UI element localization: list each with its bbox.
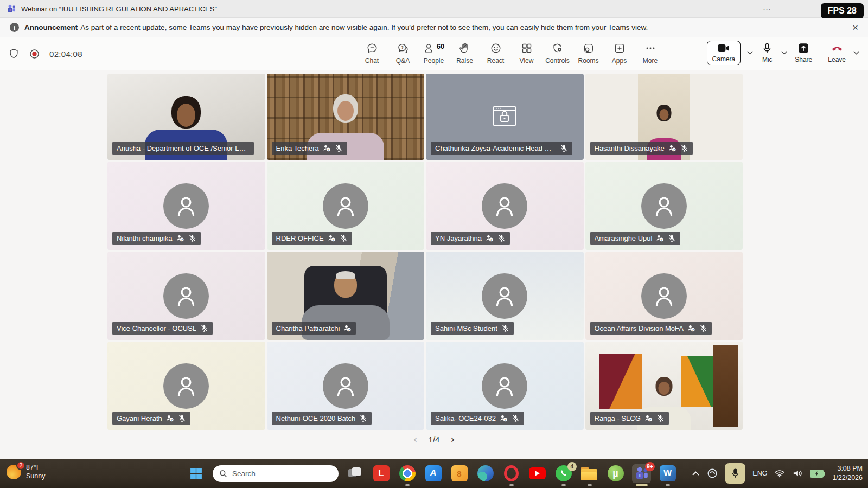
participant-tile[interactable]: Nethuni-OCE 2020 Batch: [267, 342, 425, 430]
chat-icon: [366, 42, 378, 55]
camera-chevron-down-icon[interactable]: [745, 49, 755, 56]
toolbar-button-label: More: [643, 57, 658, 65]
announcement-text: Announcement As part of a recent update,…: [24, 23, 648, 31]
taskbar-word-icon[interactable]: W: [658, 464, 677, 483]
weather-sunny-icon: 2: [7, 465, 21, 479]
avatar-person-icon: [163, 273, 209, 319]
taskbar-app-l-icon[interactable]: L: [372, 464, 391, 483]
window-more-button[interactable]: ···: [763, 4, 771, 14]
mic-muted-icon: [699, 324, 707, 332]
avatar-person-icon: [482, 273, 527, 319]
participant-tile[interactable]: Amarasinghe Upul?: [585, 162, 743, 250]
wifi-icon[interactable]: [774, 469, 785, 478]
title-bar: T Webinar on “IUU FISHING REGULATION AND…: [0, 0, 868, 18]
leave-button[interactable]: Leave: [827, 41, 847, 65]
mic-muted-icon: [668, 234, 676, 242]
taskbar-edge-icon[interactable]: [476, 464, 495, 483]
participant-tile[interactable]: Nilanthi champika?: [107, 162, 265, 250]
teams-badge: 9+: [645, 462, 655, 471]
toolbar-button-apps[interactable]: Apps: [604, 41, 635, 65]
toolbar-button-more[interactable]: More: [635, 41, 666, 65]
toolbar-button-chat[interactable]: Chat: [356, 41, 387, 65]
announcement-title: Announcement: [24, 23, 78, 31]
toolbar-button-rooms[interactable]: Rooms: [573, 41, 604, 65]
svg-text:?: ?: [649, 418, 651, 421]
share-button[interactable]: Share: [794, 41, 813, 65]
participant-tile[interactable]: Vice Chancellor - OCUSL: [107, 252, 265, 340]
page-previous-icon[interactable]: ‹: [413, 434, 418, 445]
toolbar-button-label: Controls: [545, 57, 570, 65]
language-indicator[interactable]: ENG: [752, 470, 767, 477]
participant-name: YN Jayarathna: [435, 234, 482, 242]
tray-chevron-up-icon[interactable]: [692, 471, 700, 476]
participant-tile[interactable]: Salika- OCE24-032?: [426, 342, 584, 430]
mic-button[interactable]: Mic: [760, 41, 775, 65]
volume-icon[interactable]: [792, 469, 803, 478]
page-next-icon[interactable]: ›: [450, 434, 455, 445]
taskbar-chrome-icon[interactable]: [398, 464, 417, 483]
start-button[interactable]: [187, 464, 206, 483]
participant-name-pill: YN Jayarathna?: [431, 232, 510, 245]
participant-tile[interactable]: Charitha Pattiaratchi?: [267, 252, 425, 340]
participant-name-pill: Vice Chancellor - OCUSL: [112, 322, 213, 335]
toolbar-button-view[interactable]: View: [511, 41, 542, 65]
running-indicator: [561, 484, 566, 486]
toolbar-button-q-a[interactable]: ?Q&A: [387, 41, 418, 65]
participant-tile[interactable]: Sahini-MSc Student: [426, 252, 584, 340]
attendee-icon: ?: [176, 234, 184, 242]
participant-tile[interactable]: Gayani Herath?: [107, 342, 265, 430]
meeting-safety-shield-icon[interactable]: [8, 48, 20, 60]
leave-chevron-down-icon[interactable]: [852, 49, 861, 56]
svg-text:?: ?: [401, 45, 404, 50]
taskbar-opera-icon[interactable]: [502, 464, 521, 483]
search-input[interactable]: Search: [213, 465, 339, 482]
obs-tray-icon[interactable]: [707, 468, 718, 479]
battery-icon[interactable]: [810, 470, 825, 478]
taskbar-youtube-icon[interactable]: [528, 464, 547, 483]
taskbar-app-a-icon[interactable]: A: [424, 464, 443, 483]
mic-muted-icon: [340, 234, 348, 242]
mic-muted-icon: [656, 414, 665, 422]
avatar-person-icon: [323, 183, 368, 229]
toolbar-button-controls[interactable]: Controls: [542, 41, 573, 65]
taskbar-teams-icon[interactable]: T9+: [632, 464, 651, 483]
taskbar-whatsapp-icon[interactable]: 4: [554, 464, 573, 483]
announcement-banner: i Announcement As part of a recent updat…: [0, 18, 868, 37]
window-minimize-button[interactable]: —: [796, 4, 804, 14]
toolbar-button-people[interactable]: 60People: [418, 41, 449, 65]
taskbar-app-orange-icon[interactable]: 8: [450, 464, 469, 483]
leave-call-icon: [831, 42, 844, 54]
toolbar-button-raise[interactable]: Raise: [449, 41, 480, 65]
svg-text:?: ?: [692, 328, 694, 331]
participant-tile[interactable]: Ocean Affairs Division MoFA?: [585, 252, 743, 340]
mic-chevron-down-icon[interactable]: [780, 49, 789, 56]
search-icon: [219, 470, 227, 478]
svg-text:?: ?: [348, 328, 350, 331]
participant-tile[interactable]: Hasanthi Dissanayake?: [585, 74, 743, 160]
announcement-close-icon[interactable]: ×: [852, 22, 858, 33]
participant-name: Chathurika Zoysa-Academic Head CRM /...: [435, 144, 556, 152]
participant-tile[interactable]: Ranga - SLCG?: [585, 342, 743, 430]
taskbar-clock[interactable]: 3:08 PM 1/22/2026: [832, 464, 863, 483]
taskbar-explorer-icon[interactable]: [580, 464, 599, 483]
video-stage: Anusha - Department of OCE /Senior Lectu…: [0, 70, 868, 459]
mic-in-use-tray-icon[interactable]: [725, 463, 745, 484]
toolbar-button-label: Q&A: [396, 57, 410, 65]
participant-tile[interactable]: Anusha - Department of OCE /Senior Lectu…: [107, 74, 265, 160]
taskbar-utorrent-icon[interactable]: µ: [606, 464, 625, 483]
taskbar-task-view-icon[interactable]: [346, 464, 365, 483]
participant-tile[interactable]: Erika Techera?: [267, 74, 425, 160]
taskbar-apps: SearchLA84µT9+W: [187, 459, 677, 488]
toolbar-button-label: View: [520, 57, 534, 65]
attendee-icon: ?: [687, 324, 695, 332]
avatar-person-icon: [163, 183, 209, 229]
search-placeholder: Search: [232, 470, 256, 478]
toolbar-button-react[interactable]: React: [480, 41, 511, 65]
avatar-person-icon: [482, 183, 527, 229]
camera-button[interactable]: Camera: [707, 41, 741, 65]
participant-tile[interactable]: RDER OFFICE?: [267, 162, 425, 250]
participant-tile[interactable]: Chathurika Zoysa-Academic Head CRM /...: [426, 74, 584, 160]
recording-indicator-icon: [29, 48, 40, 60]
participant-tile[interactable]: YN Jayarathna?: [426, 162, 584, 250]
taskbar-weather-widget[interactable]: 2 87°FSunny: [7, 463, 45, 481]
